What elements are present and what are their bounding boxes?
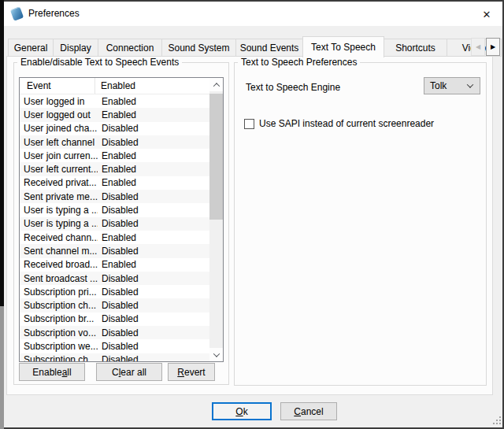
tab-sound-system[interactable]: Sound System bbox=[161, 39, 236, 57]
enabled-cell: Disabled bbox=[98, 191, 209, 202]
event-cell: Subscription ch... bbox=[20, 300, 98, 311]
event-cell: Sent broadcast ... bbox=[20, 273, 98, 284]
chevron-down-icon bbox=[213, 350, 219, 357]
desktop-background: Preferences ✕ GeneralDisplayConnectionSo… bbox=[0, 0, 504, 429]
event-cell: Sent channel m... bbox=[20, 246, 98, 257]
list-item[interactable]: User is typing a ...Disabled bbox=[20, 203, 209, 216]
resize-grip[interactable] bbox=[499, 423, 501, 424]
list-item[interactable]: Received privat...Enabled bbox=[20, 176, 209, 190]
event-cell: User is typing a ... bbox=[20, 205, 98, 216]
list-item[interactable]: User left channelDisabled bbox=[20, 135, 209, 149]
cancel-button[interactable]: Cancel bbox=[280, 402, 337, 420]
list-item[interactable]: User join curren...Enabled bbox=[20, 149, 209, 162]
clear-all-button[interactable]: Clear all bbox=[96, 363, 162, 381]
enabled-cell: Disabled bbox=[98, 218, 209, 229]
enable-all-button[interactable]: Enable all bbox=[19, 363, 85, 381]
enabled-cell: Disabled bbox=[98, 273, 209, 284]
teamtalk-app-icon bbox=[10, 6, 24, 21]
event-cell: Subscription pri... bbox=[20, 287, 98, 298]
list-item[interactable]: Subscription pri...Disabled bbox=[20, 285, 209, 298]
chevron-down-icon bbox=[467, 81, 473, 87]
enabled-cell: Disabled bbox=[98, 205, 209, 216]
tab-scroll-left-button[interactable]: ◀ bbox=[471, 38, 485, 56]
event-cell: User logged in bbox=[20, 96, 98, 107]
tts-engine-selected-value: Tolk bbox=[430, 80, 447, 91]
event-cell: User joined cha... bbox=[20, 123, 98, 134]
list-item[interactable]: User is typing a ...Disabled bbox=[20, 217, 209, 231]
close-icon[interactable]: ✕ bbox=[478, 6, 495, 23]
enabled-cell: Disabled bbox=[98, 341, 209, 352]
enabled-cell: Disabled bbox=[98, 137, 209, 148]
list-item[interactable]: Subscription ch...Disabled bbox=[20, 353, 209, 361]
enabled-cell: Enabled bbox=[98, 259, 209, 270]
tab-sound-events[interactable]: Sound Events bbox=[235, 39, 303, 57]
enabled-cell: Disabled bbox=[98, 327, 209, 338]
list-item[interactable]: Sent broadcast ...Disabled bbox=[20, 272, 209, 285]
preferences-dialog: Preferences ✕ GeneralDisplayConnectionSo… bbox=[4, 2, 502, 427]
tab-connection[interactable]: Connection bbox=[98, 39, 162, 57]
enabled-cell: Disabled bbox=[98, 287, 209, 298]
enabled-cell: Enabled bbox=[98, 164, 209, 175]
enabled-cell: Disabled bbox=[98, 354, 209, 361]
list-item[interactable]: User logged outEnabled bbox=[20, 108, 209, 121]
scrollbar-down-button[interactable] bbox=[209, 348, 223, 361]
revert-button[interactable]: Revert bbox=[168, 363, 215, 381]
enabled-cell: Enabled bbox=[98, 150, 209, 161]
list-item[interactable]: Subscription vo...Disabled bbox=[20, 326, 209, 339]
enabled-cell: Disabled bbox=[98, 123, 209, 134]
event-cell: Received privat... bbox=[20, 177, 98, 188]
column-header-enabled[interactable]: Enabled bbox=[94, 78, 209, 94]
event-cell: Subscription br... bbox=[20, 313, 98, 324]
scrollbar-thumb[interactable] bbox=[209, 94, 223, 220]
enabled-cell: Disabled bbox=[98, 246, 209, 257]
tts-events-groupbox: Enable/disable Text to Speech Events Eve… bbox=[13, 62, 229, 385]
tts-events-list[interactable]: Event Enabled User logged inEnabledUser … bbox=[19, 77, 224, 362]
window-title: Preferences bbox=[28, 8, 80, 19]
list-item[interactable]: Subscription br...Disabled bbox=[20, 313, 209, 326]
tab-general[interactable]: General bbox=[8, 39, 54, 57]
list-item[interactable]: Received chann...Enabled bbox=[20, 231, 209, 244]
tts-events-group-title: Enable/disable Text to Speech Events bbox=[17, 57, 182, 68]
enabled-cell: Enabled bbox=[98, 96, 209, 107]
tts-preferences-groupbox: Text to Speech Preferences Text to Speec… bbox=[234, 62, 487, 386]
scrollbar-up-button[interactable] bbox=[209, 78, 223, 91]
event-cell: User left current... bbox=[20, 164, 98, 175]
event-cell: Subscription we... bbox=[20, 341, 98, 352]
event-cell: User logged out bbox=[20, 109, 98, 120]
ok-button[interactable]: Ok bbox=[212, 402, 272, 420]
tts-preferences-group-title: Text to Speech Preferences bbox=[238, 57, 360, 68]
event-cell: User join curren... bbox=[20, 150, 98, 161]
list-item[interactable]: User left current...Enabled bbox=[20, 162, 209, 176]
chevron-up-icon bbox=[213, 83, 219, 89]
list-item[interactable]: Sent private me...Disabled bbox=[20, 190, 209, 203]
enabled-cell: Disabled bbox=[98, 300, 209, 311]
event-cell: User is typing a ... bbox=[20, 218, 98, 229]
enabled-cell: Enabled bbox=[98, 232, 209, 243]
enabled-cell: Enabled bbox=[98, 109, 209, 120]
tab-scroll-right-button[interactable]: ▶ bbox=[486, 38, 500, 56]
enabled-cell: Disabled bbox=[98, 313, 209, 324]
tab-text-to-speech[interactable]: Text To Speech bbox=[302, 36, 384, 57]
use-sapi-checkbox[interactable] bbox=[244, 119, 254, 129]
list-header[interactable]: Event Enabled bbox=[20, 78, 209, 94]
event-cell: Received chann... bbox=[20, 232, 98, 243]
column-header-event[interactable]: Event bbox=[20, 78, 94, 94]
tts-engine-label: Text to Speech Engine bbox=[246, 82, 340, 93]
use-sapi-checkbox-label[interactable]: Use SAPI instead of current screenreader bbox=[259, 118, 434, 129]
tts-engine-select[interactable]: Tolk bbox=[424, 77, 480, 94]
tab-shortcuts[interactable]: Shortcuts bbox=[384, 39, 447, 57]
event-cell: Subscription ch... bbox=[20, 354, 98, 361]
event-cell: Sent private me... bbox=[20, 191, 98, 202]
list-item[interactable]: Sent channel m...Disabled bbox=[20, 244, 209, 257]
list-item[interactable]: Subscription ch...Disabled bbox=[20, 298, 209, 312]
list-scrollbar[interactable] bbox=[209, 78, 223, 361]
list-item[interactable]: User joined cha...Disabled bbox=[20, 122, 209, 135]
list-item[interactable]: Received broad...Enabled bbox=[20, 258, 209, 272]
tab-page-text-to-speech: Enable/disable Text to Speech Events Eve… bbox=[6, 56, 493, 395]
list-item[interactable]: Subscription we...Disabled bbox=[20, 339, 209, 353]
tab-display[interactable]: Display bbox=[53, 39, 98, 57]
title-bar: Preferences ✕ bbox=[4, 2, 502, 26]
event-cell: User left channel bbox=[20, 137, 98, 148]
enabled-cell: Enabled bbox=[98, 177, 209, 188]
list-item[interactable]: User logged inEnabled bbox=[20, 94, 209, 108]
